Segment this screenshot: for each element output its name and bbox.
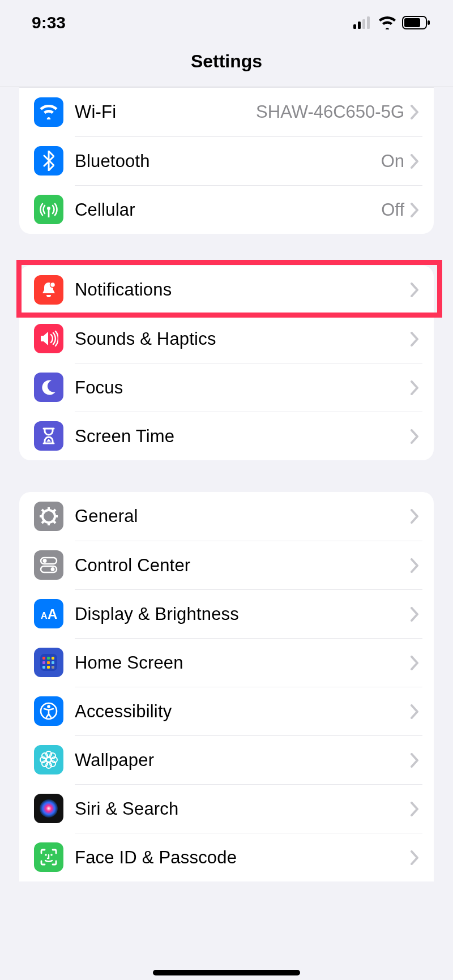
chevron-right-icon <box>410 850 419 865</box>
svg-rect-8 <box>48 208 50 217</box>
row-bluetooth[interactable]: Bluetooth On <box>19 136 434 185</box>
svg-rect-35 <box>52 666 54 669</box>
row-label: General <box>75 506 410 527</box>
row-wallpaper[interactable]: Wallpaper <box>19 735 434 784</box>
svg-point-48 <box>45 854 47 856</box>
row-label: Notifications <box>75 280 410 300</box>
siri-icon <box>34 794 63 823</box>
svg-text:A: A <box>41 611 48 620</box>
svg-rect-33 <box>42 666 45 669</box>
row-accessibility[interactable]: Accessibility <box>19 687 434 735</box>
row-label: Display & Brightness <box>75 604 410 624</box>
chevron-right-icon <box>410 105 419 119</box>
hourglass-icon <box>34 421 63 451</box>
settings-group-general: General Control Center A A <box>19 492 434 881</box>
bluetooth-icon <box>34 146 63 176</box>
chevron-right-icon <box>410 154 419 169</box>
row-control-center[interactable]: Control Center <box>19 541 434 589</box>
bell-icon <box>34 275 63 305</box>
chevron-right-icon <box>410 332 419 346</box>
chevron-right-icon <box>410 380 419 395</box>
settings-group-connectivity: Wi-Fi SHAW-46C650-5G Bluetooth On <box>19 87 434 234</box>
row-general[interactable]: General <box>19 492 434 541</box>
row-notifications[interactable]: Notifications <box>19 266 434 314</box>
row-sounds-haptics[interactable]: Sounds & Haptics <box>19 314 434 363</box>
svg-rect-34 <box>47 666 50 669</box>
settings-group-notifications: Notifications Sounds & Haptics Fo <box>19 266 434 460</box>
row-label: Cellular <box>75 200 381 220</box>
svg-rect-31 <box>47 661 50 664</box>
moon-icon <box>34 373 63 402</box>
chevron-right-icon <box>410 509 419 524</box>
svg-rect-27 <box>42 657 45 660</box>
svg-rect-29 <box>52 657 54 660</box>
chevron-right-icon <box>410 802 419 816</box>
svg-rect-0 <box>353 24 356 29</box>
toggles-icon <box>34 550 63 580</box>
row-label: Wallpaper <box>75 750 410 771</box>
gear-icon <box>34 502 63 531</box>
chevron-right-icon <box>410 558 419 573</box>
row-home-screen[interactable]: Home Screen <box>19 638 434 687</box>
row-value: SHAW-46C650-5G <box>256 102 404 122</box>
svg-rect-5 <box>404 18 420 27</box>
svg-rect-28 <box>47 657 50 660</box>
textsize-icon: A A <box>34 599 63 628</box>
body-icon <box>34 696 63 726</box>
row-siri-search[interactable]: Siri & Search <box>19 784 434 833</box>
faceid-icon <box>34 842 63 872</box>
chevron-right-icon <box>410 607 419 622</box>
svg-line-15 <box>42 510 44 512</box>
row-wifi[interactable]: Wi-Fi SHAW-46C650-5G <box>19 88 434 136</box>
svg-line-18 <box>42 521 44 523</box>
row-label: Bluetooth <box>75 151 381 172</box>
svg-point-49 <box>50 854 53 856</box>
grid-icon <box>34 648 63 677</box>
row-focus[interactable]: Focus <box>19 363 434 412</box>
wifi-icon <box>34 97 63 127</box>
svg-rect-32 <box>52 661 54 664</box>
speaker-icon <box>34 324 63 353</box>
row-value: On <box>381 151 404 172</box>
row-value: Off <box>381 200 404 220</box>
svg-rect-30 <box>42 661 45 664</box>
chevron-right-icon <box>410 429 419 444</box>
row-label: Control Center <box>75 555 410 576</box>
svg-rect-2 <box>362 19 365 29</box>
cellular-signal-icon <box>353 16 373 29</box>
chevron-right-icon <box>410 283 419 297</box>
row-screen-time[interactable]: Screen Time <box>19 412 434 460</box>
row-label: Face ID & Passcode <box>75 848 410 868</box>
chevron-right-icon <box>410 704 419 719</box>
svg-text:A: A <box>48 606 57 621</box>
chevron-right-icon <box>410 656 419 670</box>
svg-point-9 <box>50 283 55 288</box>
row-label: Home Screen <box>75 653 410 673</box>
svg-point-21 <box>43 559 47 563</box>
row-label: Focus <box>75 378 410 398</box>
battery-icon <box>402 16 430 29</box>
status-bar: 9:33 <box>0 0 453 41</box>
flower-icon <box>34 745 63 774</box>
row-label: Accessibility <box>75 701 410 722</box>
wifi-status-icon <box>378 16 396 29</box>
svg-point-19 <box>46 514 51 519</box>
svg-line-17 <box>53 510 55 512</box>
chevron-right-icon <box>410 203 419 217</box>
svg-point-47 <box>40 799 58 818</box>
row-faceid-passcode[interactable]: Face ID & Passcode <box>19 833 434 881</box>
svg-line-16 <box>53 521 55 523</box>
svg-point-37 <box>47 705 50 708</box>
chevron-right-icon <box>410 753 419 768</box>
page-title: Settings <box>0 41 453 87</box>
row-label: Sounds & Haptics <box>75 329 410 349</box>
svg-rect-1 <box>358 22 361 29</box>
row-label: Wi-Fi <box>75 102 256 122</box>
status-icons <box>353 16 430 29</box>
svg-rect-6 <box>428 20 430 25</box>
svg-point-23 <box>51 567 55 571</box>
row-display-brightness[interactable]: A A Display & Brightness <box>19 589 434 638</box>
row-label: Screen Time <box>75 426 410 447</box>
cellular-icon <box>34 195 63 224</box>
row-cellular[interactable]: Cellular Off <box>19 185 434 234</box>
